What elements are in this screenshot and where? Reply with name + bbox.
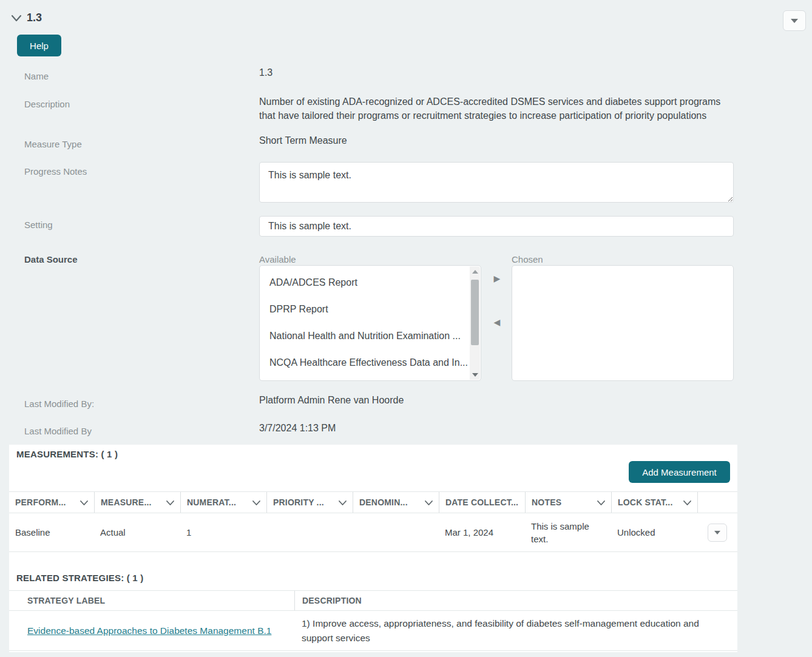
- cell-lock-status: Unlocked: [611, 513, 697, 551]
- measure-detail-page: 1.3 Help Name 1.3 Description Number of …: [0, 0, 812, 657]
- data-source-label: Data Source: [24, 254, 78, 264]
- column-header-denominator[interactable]: DENOMIN...: [353, 492, 439, 513]
- strategies-table-header: STRATEGY LABEL DESCRIPTION: [9, 590, 737, 611]
- measurement-row: Baseline Actual 1 Mar 1, 2024 This is sa…: [9, 513, 737, 552]
- available-option[interactable]: ADA/ADCES Report: [260, 269, 469, 296]
- scroll-up-icon[interactable]: [470, 266, 480, 277]
- cell-measure: Actual: [94, 513, 180, 551]
- chosen-label: Chosen: [512, 254, 543, 264]
- measure-type-label: Measure Type: [24, 139, 82, 149]
- add-measurement-button[interactable]: Add Measurement: [629, 461, 730, 483]
- available-scrollbar[interactable]: [470, 266, 480, 380]
- related-strategies-heading: RELATED STRATEGIES: ( 1 ): [16, 573, 143, 583]
- column-header-priority[interactable]: PRIORITY ...: [266, 492, 353, 513]
- column-header-lock-status[interactable]: LOCK STAT...: [611, 492, 697, 513]
- column-header-date-collected[interactable]: DATE COLLECT...: [439, 492, 525, 513]
- column-header-description: DESCRIPTION: [294, 591, 737, 610]
- row-menu-button[interactable]: [708, 524, 727, 542]
- chevron-down-icon: [597, 497, 605, 507]
- cell-numerator: 1: [180, 513, 266, 551]
- setting-input[interactable]: [259, 216, 734, 237]
- available-option[interactable]: NCQA Healthcare Effectiveness Data and I…: [260, 349, 469, 376]
- available-option[interactable]: National Health and Nutrition Examinatio…: [260, 323, 469, 349]
- chevron-down-icon: [425, 497, 433, 507]
- move-right-button[interactable]: ▶: [492, 273, 502, 284]
- help-button[interactable]: Help: [17, 35, 61, 56]
- chevron-down-icon: [166, 497, 174, 507]
- scroll-down-icon[interactable]: [470, 369, 480, 380]
- chevron-down-icon: [80, 497, 88, 507]
- progress-notes-textarea[interactable]: This is sample text.: [259, 162, 734, 203]
- strategy-description: 1) Improve access, appropriateness, and …: [294, 611, 737, 650]
- page-title: 1.3: [27, 12, 42, 24]
- measure-type-value: Short Term Measure: [259, 135, 347, 146]
- chevron-down-icon: [252, 497, 260, 507]
- cell-date-collected: Mar 1, 2024: [439, 513, 525, 551]
- cell-priority: [266, 513, 353, 551]
- strategy-link[interactable]: Evidence-based Approaches to Diabetes Ma…: [27, 625, 271, 636]
- scrollbar-thumb[interactable]: [471, 280, 479, 345]
- chevron-down-icon: [339, 497, 347, 507]
- caret-down-icon: [791, 19, 798, 23]
- available-label: Available: [259, 254, 296, 264]
- cell-denominator: [353, 513, 439, 551]
- column-header-performance[interactable]: PERFORM...: [9, 492, 94, 513]
- column-header-notes[interactable]: NOTES: [525, 492, 611, 513]
- last-modified-by-date-label: Last Modified By: [24, 426, 92, 436]
- measurements-table-header: PERFORM... MEASURE... NUMERAT... PRIORIT…: [9, 491, 737, 513]
- caret-down-icon: [714, 531, 720, 534]
- collapse-chevron-icon[interactable]: [10, 13, 22, 24]
- description-value: Number of existing ADA-recognized or ADC…: [259, 95, 722, 123]
- name-label: Name: [24, 71, 49, 81]
- name-value: 1.3: [259, 67, 272, 78]
- last-modified-by-user-label: Last Modified By:: [24, 399, 94, 409]
- cell-notes: This is sample text.: [525, 513, 611, 551]
- chevron-down-icon: [683, 497, 691, 507]
- column-header-numerator[interactable]: NUMERAT...: [180, 492, 266, 513]
- progress-notes-label: Progress Notes: [24, 166, 87, 177]
- description-label: Description: [24, 99, 70, 109]
- chosen-listbox[interactable]: [512, 265, 734, 381]
- available-listbox[interactable]: ADA/ADCES Report DPRP Report National He…: [259, 265, 481, 381]
- column-header-actions: [697, 492, 737, 513]
- measurements-heading: MEASUREMENTS: ( 1 ): [16, 449, 118, 459]
- last-modified-by-date-value: 3/7/2024 1:13 PM: [259, 423, 336, 434]
- measurements-panel: MEASUREMENTS: ( 1 ) Add Measurement PERF…: [9, 445, 737, 652]
- move-left-button[interactable]: ◀: [492, 317, 502, 328]
- strategy-row: Evidence-based Approaches to Diabetes Ma…: [9, 611, 737, 651]
- column-header-measure[interactable]: MEASURE...: [94, 492, 180, 513]
- column-header-strategy-label: STRATEGY LABEL: [9, 591, 294, 610]
- setting-label: Setting: [24, 220, 53, 230]
- available-option[interactable]: DPRP Report: [260, 296, 469, 323]
- cell-performance: Baseline: [9, 513, 94, 551]
- header-menu-button[interactable]: [783, 10, 806, 31]
- last-modified-by-user-value: Platform Admin Rene van Hoorde: [259, 395, 404, 406]
